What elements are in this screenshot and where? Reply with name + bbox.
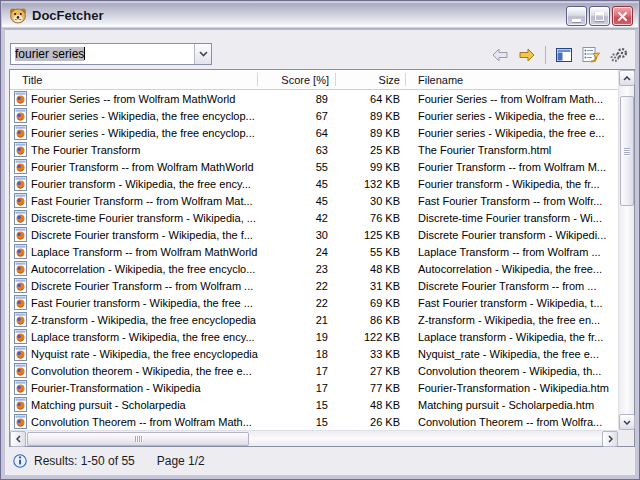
result-title: Fourier Transform -- from Wolfram MathWo…: [31, 161, 254, 173]
result-title: Autocorrelation - Wikipedia, the free en…: [31, 263, 255, 275]
result-filename: Fourier Transform -- from Wolfram M...: [406, 161, 618, 173]
table-row[interactable]: Fourier transform - Wikipedia, the free …: [10, 175, 618, 192]
column-header-filename[interactable]: Filename: [406, 70, 618, 89]
search-dropdown-button[interactable]: [194, 44, 211, 64]
column-header-title[interactable]: Title: [10, 70, 258, 89]
table-row[interactable]: Laplace transform - Wikipedia, the free …: [10, 328, 618, 345]
result-size: 132 KB: [336, 178, 406, 190]
result-score: 45: [258, 178, 336, 190]
table-row[interactable]: Fast Fourier Transform -- from Wolfram M…: [10, 192, 618, 209]
minimize-icon: [572, 19, 581, 22]
back-arrow-icon: [491, 48, 509, 62]
page-indicator: Page 1/2: [157, 454, 205, 468]
status-bar: Results: 1-50 of 55 Page 1/2: [5, 447, 635, 475]
table-row[interactable]: Fourier series - Wikipedia, the free enc…: [10, 107, 618, 124]
search-combo: fourier series: [10, 43, 212, 65]
html-file-icon: [14, 210, 27, 225]
table-row[interactable]: Fourier-Transformation - Wikipedia 17 77…: [10, 379, 618, 396]
result-size: 125 KB: [336, 229, 406, 241]
html-file-icon: [14, 244, 27, 259]
html-file-icon: [14, 142, 27, 157]
table-row[interactable]: Discrete Fourier Transform -- from Wolfr…: [10, 277, 618, 294]
html-file-icon: [14, 159, 27, 174]
maximize-button[interactable]: [589, 6, 610, 26]
result-filename: Fourier-Transformation - Wikipedia.htm: [406, 382, 618, 394]
result-title: Matching pursuit - Scholarpedia: [31, 399, 186, 411]
result-title: Nyquist rate - Wikipedia, the free encyc…: [31, 348, 258, 360]
table-row[interactable]: Fourier Transform -- from Wolfram MathWo…: [10, 158, 618, 175]
html-file-icon: [14, 108, 27, 123]
scroll-up-button[interactable]: [619, 70, 635, 86]
index-list-arrow-icon: [582, 47, 600, 63]
chevron-left-icon: [16, 435, 21, 443]
result-score: 21: [258, 314, 336, 326]
index-manager-button[interactable]: [581, 45, 601, 65]
result-filename: Fast Fourier transform - Wikipedia, t...: [406, 297, 618, 309]
table-row[interactable]: Z-transform - Wikipedia, the free encycl…: [10, 311, 618, 328]
table-row[interactable]: Nyquist rate - Wikipedia, the free encyc…: [10, 345, 618, 362]
result-score: 19: [258, 331, 336, 343]
result-filename: Laplace transform - Wikipedia, the fr...: [406, 331, 618, 343]
chevron-down-icon: [623, 420, 631, 425]
table-row[interactable]: Fourier series - Wikipedia, the free enc…: [10, 124, 618, 141]
table-row[interactable]: Discrete Fourier transform - Wikipedia, …: [10, 226, 618, 243]
table-row[interactable]: Laplace Transform -- from Wolfram MathWo…: [10, 243, 618, 260]
result-score: 63: [258, 144, 336, 156]
result-size: 55 KB: [336, 246, 406, 258]
table-row[interactable]: Convolution Theorem -- from Wolfram Math…: [10, 413, 618, 430]
result-size: 31 KB: [336, 280, 406, 292]
search-input[interactable]: fourier series: [11, 44, 194, 64]
info-icon: [13, 454, 27, 468]
result-score: 15: [258, 399, 336, 411]
result-filename: Discrete-time Fourier transform - Wi...: [406, 212, 618, 224]
table-row[interactable]: Fast Fourier transform - Wikipedia, the …: [10, 294, 618, 311]
result-filename: Fourier Series -- from Wolfram Math...: [406, 93, 618, 105]
result-score: 22: [258, 297, 336, 309]
previous-page-button[interactable]: [490, 45, 510, 65]
result-title: Laplace Transform -- from Wolfram MathWo…: [31, 246, 257, 258]
vertical-scrollbar[interactable]: [618, 70, 634, 430]
preview-panel-toggle-button[interactable]: [554, 45, 574, 65]
html-file-icon: [14, 346, 27, 361]
close-icon: [617, 11, 628, 22]
result-size: 33 KB: [336, 348, 406, 360]
result-size: 30 KB: [336, 195, 406, 207]
scroll-down-button[interactable]: [619, 414, 635, 430]
result-score: 42: [258, 212, 336, 224]
table-row[interactable]: The Fourier Transform 63 25 KB The Fouri…: [10, 141, 618, 158]
next-page-button[interactable]: [517, 45, 537, 65]
result-title: Fourier Series -- from Wolfram MathWorld: [31, 93, 235, 105]
client-area: fourier series: [5, 29, 635, 475]
column-header-score[interactable]: Score [%]: [258, 70, 336, 89]
result-size: 76 KB: [336, 212, 406, 224]
vertical-scroll-thumb[interactable]: [620, 96, 634, 206]
result-size: 26 KB: [336, 416, 406, 428]
column-header-size[interactable]: Size: [336, 70, 406, 89]
close-button[interactable]: [612, 6, 633, 26]
search-query-text: fourier series: [15, 47, 84, 61]
result-score: 17: [258, 382, 336, 394]
scroll-right-button[interactable]: [602, 431, 618, 447]
titlebar[interactable]: DocFetcher: [2, 2, 638, 29]
preview-panel-icon: [556, 48, 572, 62]
html-file-icon: [14, 227, 27, 242]
preferences-button[interactable]: [608, 45, 628, 65]
result-filename: Discrete Fourier Transform -- from ...: [406, 280, 618, 292]
result-filename: Autocorrelation - Wikipedia, the free...: [406, 263, 618, 275]
chevron-up-icon: [623, 76, 631, 81]
result-size: 86 KB: [336, 314, 406, 326]
scroll-left-button[interactable]: [10, 431, 26, 447]
table-row[interactable]: Autocorrelation - Wikipedia, the free en…: [10, 260, 618, 277]
result-score: 22: [258, 280, 336, 292]
horizontal-scrollbar[interactable]: [10, 430, 618, 446]
horizontal-scroll-thumb[interactable]: [27, 432, 249, 446]
table-row[interactable]: Matching pursuit - Scholarpedia 15 48 KB…: [10, 396, 618, 413]
table-row[interactable]: Fourier Series -- from Wolfram MathWorld…: [10, 90, 618, 107]
minimize-button[interactable]: [566, 6, 587, 26]
result-title: Laplace transform - Wikipedia, the free …: [31, 331, 255, 343]
table-row[interactable]: Discrete-time Fourier transform - Wikipe…: [10, 209, 618, 226]
html-file-icon: [14, 176, 27, 191]
table-row[interactable]: Convolution theorem - Wikipedia, the fre…: [10, 362, 618, 379]
window-controls: [566, 6, 633, 26]
chevron-down-icon: [199, 51, 208, 57]
